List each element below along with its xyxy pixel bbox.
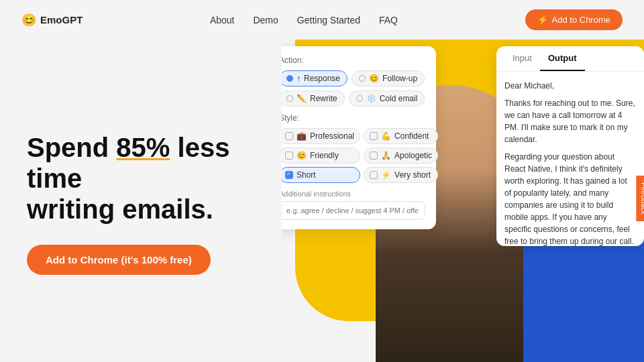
style-confident[interactable]: 💪 Confident — [364, 128, 438, 144]
navbar: 😊 EmoGPT About Demo Getting Started FAQ … — [0, 0, 644, 40]
headline-highlight: 85% — [116, 133, 170, 162]
apologetic-label: Apologetic — [394, 151, 432, 160]
style-checkbox-group: 💼 Professional 💪 Confident 😊 Friendly 🙏 — [282, 128, 425, 183]
output-card: Input Output Dear Michael, Thanks for re… — [496, 46, 644, 246]
response-radio-dot — [286, 75, 293, 82]
rewrite-radio-dot — [286, 95, 293, 102]
action-followup[interactable]: 😊 Follow-up — [352, 70, 425, 86]
response-label: Response — [304, 74, 340, 83]
style-label: Style: — [282, 113, 425, 123]
logo-emoji: 😊 — [21, 13, 36, 27]
additional-instructions-input[interactable] — [282, 201, 425, 220]
action-cold-email[interactable]: ❄️ Cold email — [349, 90, 425, 107]
tab-output[interactable]: Output — [540, 46, 585, 71]
logo-text: EmoGPT — [40, 14, 83, 25]
additional-instructions-label: Additional instructions — [282, 190, 425, 198]
action-radio-group: ↑ Response 😊 Follow-up ✏️ Rewrite ❄️ Col… — [282, 70, 425, 107]
action-rewrite[interactable]: ✏️ Rewrite — [282, 90, 345, 107]
nav-about[interactable]: About — [210, 15, 235, 25]
nav-getting-started[interactable]: Getting Started — [297, 15, 360, 25]
tab-input[interactable]: Input — [504, 46, 540, 71]
output-para1: Thanks for reaching out to me. Sure, we … — [504, 97, 636, 145]
friendly-emoji: 😊 — [297, 151, 307, 160]
professional-emoji: 💼 — [297, 131, 307, 141]
output-tabs: Input Output — [496, 46, 644, 72]
style-apologetic[interactable]: 🙏 Apologetic — [364, 147, 438, 164]
short-checkbox — [285, 171, 293, 179]
action-style-card: Action: ↑ Response 😊 Follow-up ✏️ Rewrit… — [282, 46, 436, 229]
very-short-checkbox — [370, 171, 378, 179]
headline-line2: writing emails. — [27, 194, 213, 224]
output-greeting: Dear Michael, — [504, 80, 636, 92]
confident-checkbox — [370, 132, 378, 140]
cold-email-label: Cold email — [380, 94, 418, 103]
friendly-checkbox — [285, 152, 293, 160]
nav-demo[interactable]: Demo — [253, 15, 278, 25]
very-short-emoji: ⚡ — [381, 170, 391, 180]
left-section: Spend 85% less time writing emails. Add … — [0, 40, 282, 362]
right-section: Action: ↑ Response 😊 Follow-up ✏️ Rewrit… — [282, 40, 644, 362]
confident-emoji: 💪 — [381, 131, 391, 141]
add-chrome-button[interactable]: ⚡ Add to Chrome — [525, 9, 623, 30]
headline-part1: Spend — [27, 133, 116, 162]
nav-links: About Demo Getting Started FAQ — [210, 15, 398, 25]
hero-cta-button[interactable]: Add to Chrome (it's 100% free) — [27, 245, 211, 275]
feedback-tab[interactable]: Feedback — [636, 176, 644, 221]
friendly-label: Friendly — [310, 151, 339, 160]
response-emoji: ↑ — [297, 74, 301, 83]
rewrite-label: Rewrite — [310, 94, 337, 103]
very-short-label: Very short — [394, 170, 431, 180]
cold-email-radio-dot — [356, 95, 363, 102]
style-friendly[interactable]: 😊 Friendly — [282, 147, 360, 164]
nav-faq[interactable]: FAQ — [379, 15, 398, 25]
style-short[interactable]: Short — [282, 167, 360, 183]
main-content: Spend 85% less time writing emails. Add … — [0, 40, 644, 362]
style-very-short[interactable]: ⚡ Very short — [364, 167, 438, 183]
rewrite-emoji: ✏️ — [297, 94, 307, 103]
followup-emoji: 😊 — [369, 74, 379, 83]
followup-radio-dot — [359, 75, 366, 82]
followup-label: Follow-up — [382, 74, 417, 83]
style-professional[interactable]: 💼 Professional — [282, 128, 360, 144]
logo: 😊 EmoGPT — [21, 13, 83, 27]
headline: Spend 85% less time writing emails. — [27, 132, 255, 225]
confident-label: Confident — [394, 131, 429, 141]
output-content: Dear Michael, Thanks for reaching out to… — [496, 72, 644, 246]
action-response[interactable]: ↑ Response — [282, 70, 347, 86]
action-label: Action: — [282, 56, 425, 65]
short-label: Short — [297, 170, 316, 180]
add-chrome-icon: ⚡ — [537, 15, 548, 25]
add-chrome-label: Add to Chrome — [552, 15, 610, 25]
professional-label: Professional — [310, 131, 354, 141]
professional-checkbox — [285, 132, 293, 140]
apologetic-emoji: 🙏 — [381, 151, 391, 160]
apologetic-checkbox — [370, 152, 378, 160]
cold-email-emoji: ❄️ — [366, 94, 376, 103]
